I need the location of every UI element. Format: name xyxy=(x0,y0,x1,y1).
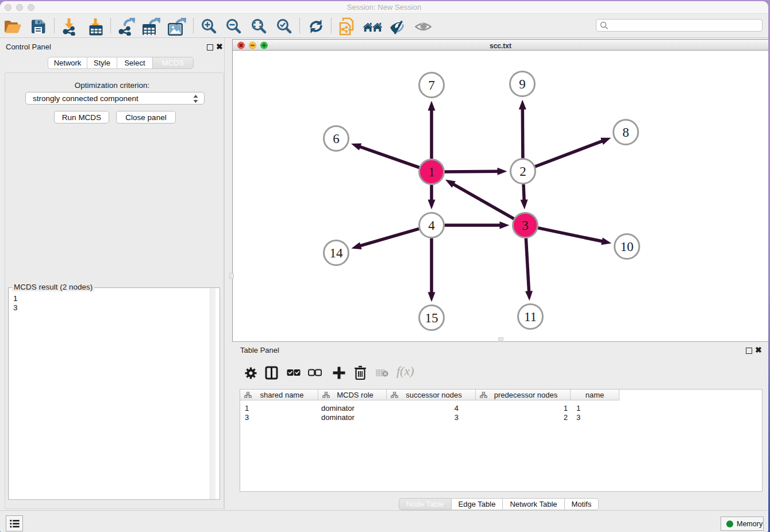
svg-text:2: 2 xyxy=(519,164,526,179)
svg-text:4: 4 xyxy=(428,218,435,233)
svg-text:9: 9 xyxy=(519,77,526,91)
svg-text:14: 14 xyxy=(330,246,344,260)
svg-text:15: 15 xyxy=(425,311,438,325)
svg-text:7: 7 xyxy=(428,78,435,92)
svg-text:1: 1 xyxy=(428,165,435,179)
svg-text:3: 3 xyxy=(522,218,529,233)
svg-text:11: 11 xyxy=(524,310,537,324)
svg-text:6: 6 xyxy=(333,132,340,146)
svg-text:8: 8 xyxy=(622,125,629,140)
svg-text:10: 10 xyxy=(621,240,634,254)
